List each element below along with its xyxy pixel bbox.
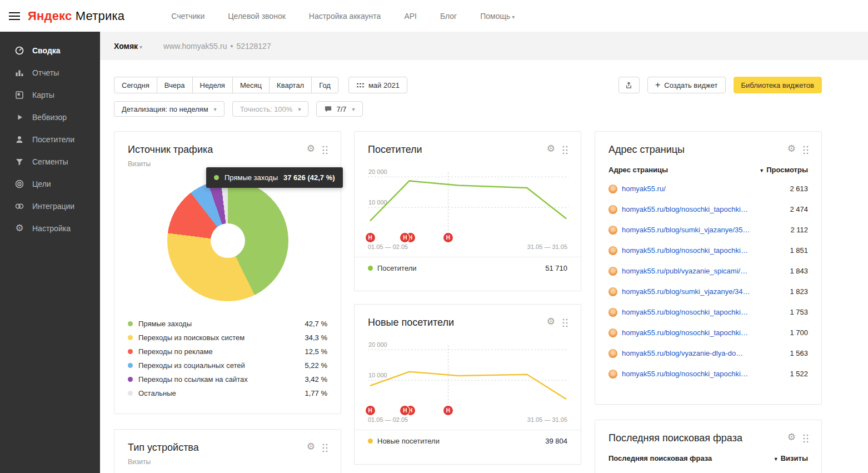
- toolbar-actions: + Создать виджет Библиотека виджетов: [618, 77, 822, 93]
- page-url-link[interactable]: homyak55.ru/blog/nosochki_tapochki…: [622, 370, 784, 378]
- chart-legend[interactable]: Новые посетители 39 804: [355, 430, 581, 445]
- visitors-line-chart[interactable]: 10 00020 000НННН: [368, 165, 567, 242]
- nav-help[interactable]: Помощь▾: [480, 12, 515, 21]
- page-url-link[interactable]: homyak55.ru/publ/vyazanie_spicami/…: [622, 267, 784, 275]
- site-favicon: [608, 308, 617, 317]
- page-url-link[interactable]: homyak55.ru/blog/nosochki_tapochki…: [622, 205, 784, 213]
- note-marker[interactable]: Н: [366, 406, 375, 415]
- sidebar-item-label: Сегменты: [32, 157, 68, 166]
- detail-dropdown[interactable]: Детализация: по неделям ▾: [114, 101, 225, 117]
- legend-dot: [128, 349, 133, 354]
- chart-legend[interactable]: Посетители 51 710: [355, 257, 581, 272]
- sort-column[interactable]: ▼Визиты: [774, 454, 808, 462]
- widget-library-button[interactable]: Библиотека виджетов: [734, 77, 822, 93]
- table-row: homyak55.ru/blog/nosochki_tapochki…1 700: [595, 322, 821, 343]
- nav-target-call[interactable]: Целевой звонок: [228, 12, 286, 21]
- export-button[interactable]: [618, 77, 640, 93]
- period-year-button[interactable]: Год: [311, 77, 338, 93]
- integrations-icon: [14, 201, 24, 211]
- drag-handle-icon[interactable]: [802, 434, 809, 444]
- tooltip-label: Прямые заходы: [225, 173, 278, 182]
- yandex-metrika-logo[interactable]: Яндекс Метрика: [28, 9, 124, 23]
- drag-handle-icon[interactable]: [322, 443, 328, 453]
- counter-site-info: www.homyak55.ru•52128127: [163, 42, 271, 51]
- drag-handle-icon[interactable]: [562, 318, 568, 328]
- metrika-dashboard: Яндекс Метрика Счетчики Целевой звонок Н…: [0, 0, 868, 473]
- page-url-link[interactable]: homyak55.ru/: [622, 185, 784, 193]
- gear-icon[interactable]: ⚙: [307, 144, 315, 153]
- legend-item[interactable]: Переходы по ссылкам на сайтах3,42 %: [114, 372, 341, 386]
- period-week-button[interactable]: Неделя: [192, 77, 233, 93]
- toolbar-filters: Детализация: по неделям ▾ Точность: 100%…: [114, 101, 363, 117]
- site-favicon: [608, 287, 617, 296]
- gear-icon[interactable]: ⚙: [787, 144, 796, 153]
- create-widget-button[interactable]: + Создать виджет: [647, 77, 726, 93]
- gear-icon[interactable]: ⚙: [547, 317, 555, 326]
- legend-dot: [128, 321, 133, 326]
- legend-item[interactable]: Прямые заходы42,7 %: [114, 317, 341, 331]
- sort-desc-icon: ▼: [759, 168, 764, 173]
- legend-item[interactable]: Переходы по рекламе12,5 %: [114, 345, 341, 359]
- page-url-link[interactable]: homyak55.ru/blog/sumki_vjazanye/35…: [622, 226, 785, 234]
- note-marker[interactable]: Н: [366, 233, 375, 242]
- legend-item[interactable]: Переходы из социальных сетей5,22 %: [114, 359, 341, 372]
- new-visitors-line-chart[interactable]: 10 00020 000НННН: [368, 337, 567, 415]
- gear-icon[interactable]: ⚙: [787, 432, 796, 442]
- comments-dropdown[interactable]: 7/7 ▾: [316, 101, 362, 117]
- page-url-link[interactable]: homyak55.ru/blog/sumki_vjazanye/34…: [622, 287, 784, 296]
- gear-icon[interactable]: ⚙: [547, 144, 555, 153]
- page-url-link[interactable]: homyak55.ru/blog/nosochki_tapochki…: [622, 246, 784, 255]
- legend-dot: [128, 363, 133, 368]
- site-favicon: [608, 267, 617, 276]
- sidebar-item-segments[interactable]: Сегменты: [0, 151, 100, 173]
- traffic-donut[interactable]: [167, 180, 288, 301]
- period-month-button[interactable]: Месяц: [232, 77, 270, 93]
- sidebar-item-summary[interactable]: Сводка: [0, 39, 100, 62]
- calendar-grid-icon: [356, 82, 365, 88]
- gear-icon[interactable]: ⚙: [307, 442, 315, 451]
- page-url-link[interactable]: homyak55.ru/blog/vyazanie-dlya-do…: [622, 349, 784, 357]
- legend-dot: [368, 266, 373, 271]
- drag-handle-icon[interactable]: [562, 145, 568, 155]
- period-yesterday-button[interactable]: Вчера: [157, 77, 193, 93]
- sidebar-item-goals[interactable]: Цели: [0, 173, 100, 195]
- period-quarter-button[interactable]: Квартал: [269, 77, 312, 93]
- page-url-link[interactable]: homyak55.ru/blog/nosochki_tapochki…: [622, 328, 784, 337]
- menu-icon[interactable]: [9, 10, 20, 22]
- accuracy-dropdown[interactable]: Точность: 100% ▾: [232, 101, 309, 117]
- legend-item[interactable]: Остальные1,77 %: [114, 386, 341, 400]
- drag-handle-icon[interactable]: [802, 145, 809, 155]
- top-bar: Яндекс Метрика Счетчики Целевой звонок Н…: [0, 0, 868, 32]
- segments-icon: [14, 157, 24, 167]
- sort-column[interactable]: ▼Просмотры: [759, 166, 808, 174]
- table-row: homyak55.ru/blog/sumki_vjazanye/34…1 823: [595, 281, 821, 302]
- bullet-icon: •: [230, 42, 233, 51]
- drag-handle-icon[interactable]: [322, 145, 328, 155]
- note-marker[interactable]: Н: [443, 233, 453, 242]
- sidebar-item-maps[interactable]: Карты: [0, 84, 100, 106]
- widget-title: Посетители: [368, 144, 567, 156]
- nav-blog[interactable]: Блог: [440, 12, 457, 21]
- x-axis-labels: 01.05 — 02.05 31.05 — 31.05: [368, 416, 567, 423]
- sidebar-item-visitors[interactable]: Посетители: [0, 128, 100, 151]
- page-url-table: homyak55.ru/2 613 homyak55.ru/blog/nosoc…: [595, 178, 821, 384]
- nav-account-settings[interactable]: Настройка аккаунта: [309, 12, 381, 21]
- counter-switcher[interactable]: Хомяк▾: [114, 42, 142, 51]
- goals-icon: [14, 179, 24, 189]
- sidebar-item-webvisor[interactable]: Вебвизор: [0, 106, 100, 128]
- sidebar-item-reports[interactable]: Отчеты: [0, 62, 100, 84]
- nav-api[interactable]: API: [404, 12, 417, 21]
- note-marker[interactable]: Н: [443, 406, 453, 415]
- calendar-button[interactable]: май 2021: [348, 77, 407, 93]
- top-nav: Счетчики Целевой звонок Настройка аккаун…: [171, 12, 515, 21]
- sidebar-item-settings[interactable]: ⚙ Настройка: [0, 217, 100, 240]
- page-url-link[interactable]: homyak55.ru/blog/nosochki_tapochki…: [622, 308, 784, 316]
- nav-counters[interactable]: Счетчики: [171, 12, 204, 21]
- legend-item[interactable]: Переходы из поисковых систем34,3 %: [114, 331, 341, 345]
- period-today-button[interactable]: Сегодня: [114, 77, 157, 93]
- sidebar-item-integrations[interactable]: Интеграции: [0, 195, 100, 217]
- widget-device-type: Тип устройства ⚙ Визиты: [114, 429, 341, 473]
- widgets-column-2: Посетители ⚙ 10 00020 000НННН 01.05 — 02…: [354, 131, 581, 465]
- site-favicon: [608, 349, 617, 358]
- chevron-down-icon: ▾: [298, 106, 301, 112]
